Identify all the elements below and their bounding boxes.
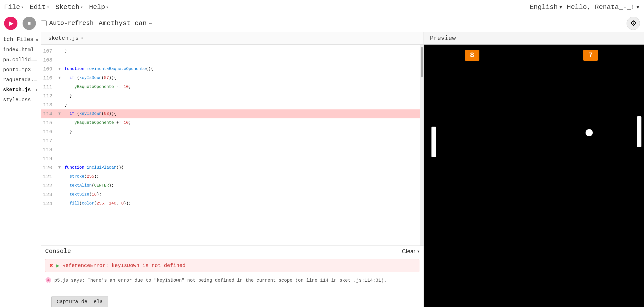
fold-arrow[interactable]: ▼ <box>56 65 63 74</box>
line-number: 107 <box>41 47 56 56</box>
fold-arrow[interactable]: ▼ <box>56 163 63 172</box>
code-content: if (keyIsDown(83)){ <box>63 109 420 118</box>
code-line-123[interactable]: 123 textSize(18); <box>41 190 420 199</box>
user-menu[interactable]: Hello, Renata_-_! ▾ <box>567 3 640 11</box>
code-line-119[interactable]: 119 <box>41 154 420 163</box>
fold-arrow <box>56 56 63 65</box>
auto-refresh-checkbox[interactable] <box>41 21 47 26</box>
sidebar-expand-icon: ▾ <box>35 87 38 93</box>
sketch-menu[interactable]: Sketch ▾ <box>55 3 83 11</box>
code-line-118[interactable]: 118 <box>41 145 420 154</box>
code-line-122[interactable]: 122 textAlign(CENTER); <box>41 181 420 190</box>
sidebar-item-ponto-mp3[interactable]: ponto.mp3 <box>0 65 41 75</box>
line-number: 115 <box>41 118 56 127</box>
fold-arrow <box>56 83 63 91</box>
code-content: yRaqueteOponente += 10; <box>63 118 420 127</box>
sidebar-item-p5-collid[interactable]: p5.collid…1.js <box>0 55 41 65</box>
tab-filename: sketch.js <box>48 35 79 42</box>
code-line-108[interactable]: 108 <box>41 56 420 65</box>
sidebar-header[interactable]: tch Files ◀ <box>0 34 41 45</box>
code-line-114[interactable]: 114▼ if (keyIsDown(83)){ <box>41 109 420 118</box>
pong-ball <box>586 129 593 136</box>
tab-bar: sketch.js • <box>41 32 424 45</box>
code-content <box>63 145 420 154</box>
code-content: function movimentaRaqueteOponente(){ <box>63 65 420 74</box>
line-number: 122 <box>41 181 56 190</box>
play-button[interactable] <box>4 17 17 30</box>
console-area: Console Clear ▾ ✖ ▶ ReferenceError: keyI… <box>41 245 424 307</box>
help-menu-arrow: ▾ <box>106 5 109 10</box>
settings-button[interactable]: ⚙ <box>627 17 640 30</box>
scrollbar-thumb[interactable] <box>421 47 423 77</box>
file-menu[interactable]: File ▾ <box>4 3 24 11</box>
line-number: 121 <box>41 172 56 181</box>
code-line-115[interactable]: 115 yRaqueteOponente += 10; <box>41 118 420 127</box>
code-lines: 107}108109▼function movimentaRaqueteOpon… <box>41 45 420 210</box>
line-number: 123 <box>41 190 56 199</box>
file-sidebar: tch Files ◀ index.html p5.collid…1.js po… <box>0 32 41 307</box>
line-number: 109 <box>41 65 56 74</box>
preview-canvas: 8 7 <box>424 45 644 307</box>
console-clear-button[interactable]: Clear ▾ <box>402 248 419 255</box>
line-number: 113 <box>41 100 56 109</box>
code-content: stroke(255); <box>63 172 420 181</box>
code-line-111[interactable]: 111 yRaqueteOponente -= 10; <box>41 83 420 91</box>
sidebar-item-index-html[interactable]: index.html <box>0 45 41 55</box>
preview-title: Preview <box>430 35 456 42</box>
edit-menu-arrow: ▾ <box>47 5 49 10</box>
toolbar: Auto-refresh Amethyst can ✏ ⚙ <box>0 14 644 32</box>
code-line-124[interactable]: 124 fill(color(255, 140, 0)); <box>41 199 420 208</box>
code-content: yRaqueteOponente -= 10; <box>63 83 420 91</box>
sketch-menu-label: Sketch <box>55 3 79 11</box>
sketch-name[interactable]: Amethyst can ✏ <box>99 19 152 27</box>
code-content: textSize(18); <box>63 190 420 199</box>
code-scroll-area[interactable]: 107}108109▼function movimentaRaqueteOpon… <box>41 45 420 245</box>
code-line-113[interactable]: 113} <box>41 100 420 109</box>
line-number: 118 <box>41 145 56 154</box>
nav-right: English ▾ Hello, Renata_-_! ▾ <box>530 3 640 11</box>
help-menu[interactable]: Help ▾ <box>89 3 108 11</box>
code-line-121[interactable]: 121 stroke(255); <box>41 172 420 181</box>
code-content: function incluiPlacar(){ <box>63 163 420 172</box>
file-menu-arrow: ▾ <box>21 5 24 10</box>
line-number: 119 <box>41 154 56 163</box>
code-line-116[interactable]: 116 } <box>41 127 420 136</box>
sidebar-item-raquetada-mp3[interactable]: raquetada.mp3 <box>0 75 41 85</box>
sidebar-item-style-css[interactable]: style.css <box>0 95 41 105</box>
language-selector[interactable]: English ▾ <box>530 3 563 11</box>
line-number: 117 <box>41 136 56 145</box>
code-content <box>63 136 420 145</box>
code-line-110[interactable]: 110▼ if (keyIsDown(87)){ <box>41 74 420 83</box>
line-number: 108 <box>41 56 56 65</box>
sidebar-collapse-icon[interactable]: ◀ <box>35 37 38 42</box>
edit-menu[interactable]: Edit ▾ <box>30 3 49 11</box>
score-left-badge: 8 <box>465 50 479 61</box>
code-content: } <box>63 47 420 56</box>
code-line-112[interactable]: 112 } <box>41 91 420 100</box>
play-small-icon: ▶ <box>56 262 59 269</box>
code-line-117[interactable]: 117 <box>41 136 420 145</box>
tab-sketch-js[interactable]: sketch.js • <box>43 32 89 45</box>
language-arrow: ▾ <box>559 3 563 11</box>
tooltip-captura: Captura de Tela <box>51 296 108 307</box>
sketch-menu-arrow: ▾ <box>80 5 83 10</box>
sidebar-item-sketch-js[interactable]: sketch.js ▾ <box>0 85 41 95</box>
fold-arrow <box>56 181 63 190</box>
sidebar-title: tch Files <box>3 36 34 43</box>
fold-arrow[interactable]: ▼ <box>56 109 63 118</box>
fold-arrow[interactable]: ▼ <box>56 74 63 83</box>
code-line-109[interactable]: 109▼function movimentaRaqueteOponente(){ <box>41 65 420 74</box>
code-content: fill(color(255, 140, 0)); <box>63 199 420 208</box>
code-content <box>63 56 420 65</box>
language-label: English <box>530 3 558 11</box>
editor-scrollbar[interactable] <box>420 45 424 245</box>
fold-arrow <box>56 190 63 199</box>
topbar: File ▾ Edit ▾ Sketch ▾ Help ▾ English ▾ … <box>0 0 644 14</box>
stop-button[interactable] <box>23 17 36 30</box>
auto-refresh-label[interactable]: Auto-refresh <box>41 20 94 27</box>
editor-area: sketch.js • 107}108109▼function moviment… <box>41 32 424 307</box>
code-line-107[interactable]: 107} <box>41 47 420 56</box>
code-line-120[interactable]: 120▼function incluiPlacar(){ <box>41 163 420 172</box>
tab-modified-dot: • <box>81 36 84 41</box>
auto-refresh-text: Auto-refresh <box>49 20 94 27</box>
